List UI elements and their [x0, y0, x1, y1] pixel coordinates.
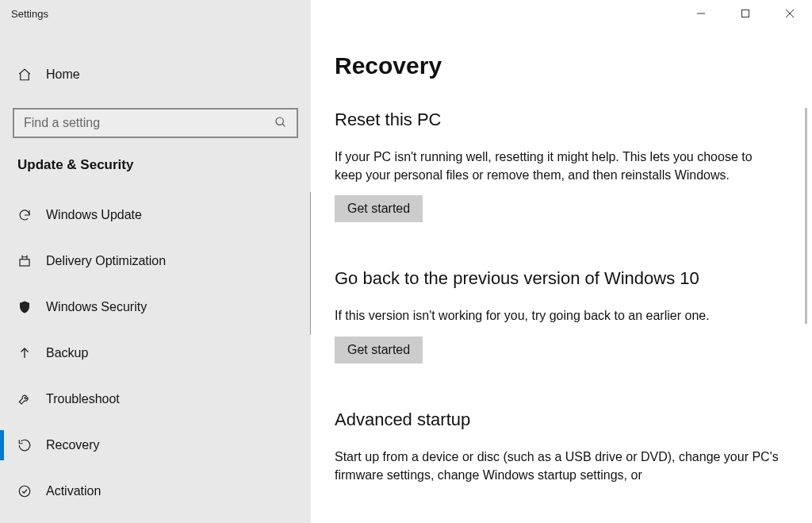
minimize-button[interactable]: [679, 0, 723, 27]
section-go-back: Go back to the previous version of Windo…: [335, 268, 779, 363]
sync-icon: [17, 208, 46, 222]
sidebar-item-label: Recovery: [46, 438, 100, 452]
svg-point-6: [19, 486, 30, 497]
sidebar-item-label: Delivery Optimization: [46, 254, 166, 268]
delivery-icon: [17, 254, 46, 268]
section-advanced-startup: Advanced startup Start up from a device …: [335, 410, 779, 484]
section-desc: If this version isn't working for you, t…: [335, 306, 779, 325]
section-title: Go back to the previous version of Windo…: [335, 268, 779, 289]
search-icon: [274, 116, 289, 130]
sidebar-item-label: Activation: [46, 484, 101, 498]
shield-icon: [17, 300, 46, 314]
search-box[interactable]: [13, 108, 298, 138]
maximize-button[interactable]: [723, 0, 768, 27]
settings-window: Settings Home Update & Security: [0, 0, 812, 523]
sidebar-home-label: Home: [46, 67, 80, 82]
page-title: Recovery: [335, 52, 791, 79]
sidebar-item-label: Backup: [46, 346, 88, 360]
sidebar-item-delivery-optimization[interactable]: Delivery Optimization: [0, 238, 311, 284]
sidebar-item-label: Windows Security: [46, 300, 147, 314]
sidebar-item-label: Troubleshoot: [46, 392, 120, 406]
go-back-get-started-button[interactable]: Get started: [335, 336, 423, 363]
backup-icon: [17, 346, 46, 360]
check-circle-icon: [17, 484, 46, 498]
recovery-icon: [17, 438, 46, 452]
sidebar-category: Update & Security: [0, 138, 311, 178]
section-reset-pc: Reset this PC If your PC isn't running w…: [335, 110, 779, 222]
section-title: Advanced startup: [335, 410, 779, 430]
sidebar: Settings Home Update & Security: [0, 0, 311, 523]
search-input[interactable]: [22, 115, 274, 131]
sidebar-item-backup[interactable]: Backup: [0, 330, 311, 376]
sidebar-home[interactable]: Home: [0, 56, 311, 94]
sidebar-item-troubleshoot[interactable]: Troubleshoot: [0, 376, 311, 422]
sidebar-nav: Windows Update Delivery Optimization Win…: [0, 192, 311, 514]
reset-pc-get-started-button[interactable]: Get started: [335, 195, 423, 222]
sidebar-item-activation[interactable]: Activation: [0, 468, 311, 514]
sidebar-item-windows-update[interactable]: Windows Update: [0, 192, 311, 238]
svg-point-0: [276, 117, 283, 125]
section-desc: If your PC isn't running well, resetting…: [335, 148, 779, 184]
svg-rect-2: [20, 260, 29, 266]
sidebar-item-label: Windows Update: [46, 208, 142, 222]
content-scrollbar[interactable]: [805, 108, 807, 324]
close-button[interactable]: [768, 0, 812, 27]
wrench-icon: [17, 392, 46, 406]
svg-line-1: [282, 124, 285, 126]
svg-rect-8: [742, 10, 749, 17]
sidebar-item-windows-security[interactable]: Windows Security: [0, 284, 311, 330]
window-controls: [679, 0, 812, 27]
window-title: Settings: [0, 0, 311, 27]
section-title: Reset this PC: [335, 110, 779, 130]
home-icon: [17, 67, 46, 82]
section-desc: Start up from a device or disc (such as …: [335, 448, 779, 484]
content-pane: Recovery Reset this PC If your PC isn't …: [311, 0, 812, 523]
sidebar-item-recovery[interactable]: Recovery: [0, 422, 311, 468]
